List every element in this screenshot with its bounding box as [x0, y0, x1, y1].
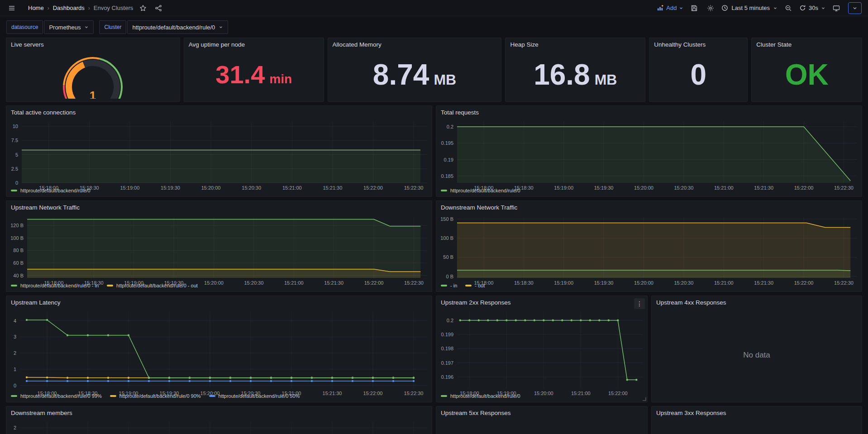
panel-title[interactable]: Allocated Memory [328, 38, 501, 50]
chevron-down-icon [679, 6, 683, 10]
legend-item[interactable]: httproute/default/backend/rule/0 [11, 188, 91, 193]
svg-text:100 B: 100 B [440, 235, 453, 241]
chart-canvas-upstream-latency[interactable]: 15:18:0015:18:3015:19:0015:19:3015:20:00… [6, 308, 432, 393]
save-dashboard-icon[interactable] [689, 3, 700, 14]
clock-icon [721, 5, 728, 11]
collapse-navbar-chevron[interactable] [848, 2, 862, 14]
zoom-out-time-icon[interactable] [783, 3, 794, 14]
cluster-select[interactable]: httproute/default/backend/rule/0 [127, 20, 228, 34]
gauge-value: 1 [90, 89, 96, 99]
chart-legend: - in- out [436, 282, 862, 291]
svg-text:2: 2 [14, 350, 16, 356]
svg-text:0.2: 0.2 [447, 318, 453, 323]
chevron-down-icon [852, 5, 858, 11]
allocated-memory-value: 8.74 [373, 60, 429, 89]
svg-text:0.199: 0.199 [441, 332, 453, 337]
share-icon[interactable] [153, 3, 164, 14]
refresh-interval-label: 30s [809, 5, 818, 11]
panel-title[interactable]: Upstream 2xx Responses [436, 296, 647, 308]
panel-avg-uptime: Avg uptime per node 31.4 min [184, 38, 324, 102]
chevron-down-icon [773, 6, 777, 10]
add-panel-button[interactable]: Add [657, 5, 683, 11]
panel-title[interactable]: Live servers [6, 38, 180, 50]
cluster-state-value: OK [785, 60, 829, 89]
chart-legend: httproute/default/backend/rule/0 - inhtt… [6, 282, 432, 291]
heap-size-value: 16.8 [534, 60, 590, 89]
cluster-value: httproute/default/backend/rule/0 [132, 24, 215, 31]
panel-title[interactable]: Upstream Network Traffic [6, 201, 432, 213]
svg-text:5: 5 [15, 152, 18, 157]
panel-menu-kebab-icon[interactable]: ⋮ [634, 298, 645, 309]
panel-title[interactable]: Upstream 3xx Responses [652, 406, 862, 419]
svg-text:0.197: 0.197 [441, 360, 453, 366]
legend-item[interactable]: httproute/default/backend/rule/0 99% [11, 393, 102, 399]
panel-upstream-4xx-responses: Upstream 4xx Responses No data [651, 296, 862, 402]
chart-canvas-upstream-traffic[interactable]: 15:18:0015:18:3015:19:0015:19:3015:20:00… [6, 213, 432, 282]
legend-item[interactable]: httproute/default/backend/rule/0 - in [11, 283, 99, 288]
svg-text:0.195: 0.195 [441, 140, 453, 146]
chart-canvas-upstream-2xx[interactable]: 15:18:0015:19:0015:20:0015:21:0015:22:00… [436, 308, 647, 393]
panel-total-active-connections: Total active connections 15:18:0015:18:3… [6, 105, 432, 197]
svg-text:0.185: 0.185 [441, 173, 453, 179]
svg-text:0: 0 [14, 383, 16, 388]
time-range-picker[interactable]: Last 5 minutes [721, 5, 777, 11]
kiosk-monitor-icon[interactable] [831, 3, 842, 14]
panel-title[interactable]: Downstream Network Traffic [436, 201, 862, 213]
panel-upstream-5xx-responses: Upstream 5xx Responses [436, 406, 648, 434]
svg-text:80 B: 80 B [13, 248, 24, 253]
bar-chart-add-icon [657, 5, 664, 11]
legend-item[interactable]: - in [441, 283, 457, 288]
svg-text:10: 10 [13, 124, 18, 129]
panel-downstream-members: Downstream members 15:18:0015:18:3015:19… [6, 406, 432, 434]
chart-canvas-upstream-5xx[interactable] [436, 419, 647, 434]
stat-value: 8.74 MB [373, 60, 456, 89]
chart-legend: httproute/default/backend/rule/0 [436, 187, 862, 196]
panel-title[interactable]: Upstream Latency [6, 296, 432, 308]
datasource-select[interactable]: Prometheus [44, 20, 94, 34]
panel-title[interactable]: Heap Size [506, 38, 645, 50]
hamburger-menu-icon[interactable] [6, 3, 17, 14]
dashboard-grid: Live servers 1 Avg uptime per node [6, 38, 862, 434]
chart-canvas-upstream-3xx[interactable] [652, 419, 862, 434]
legend-item[interactable]: httproute/default/backend/rule/0 - out [107, 283, 198, 288]
panel-title[interactable]: Cluster State [752, 38, 862, 50]
breadcrumb-home[interactable]: Home [28, 5, 44, 11]
panel-title[interactable]: Total requests [436, 106, 862, 118]
unhealthy-clusters-value: 0 [690, 60, 706, 89]
favorite-star-icon[interactable] [138, 3, 148, 14]
legend-item[interactable]: httproute/default/backend/rule/0 [441, 393, 520, 399]
panel-allocated-memory: Allocated Memory 8.74 MB [328, 38, 502, 102]
panel-unhealthy-clusters: Unhealthy Clusters 0 [649, 38, 748, 102]
refresh-controls[interactable]: 30s [799, 5, 825, 11]
legend-item[interactable]: - out [465, 283, 485, 288]
breadcrumb-dashboards[interactable]: Dashboards [53, 5, 85, 11]
allocated-memory-unit: MB [434, 72, 456, 87]
stat-value: 31.4 min [215, 62, 292, 87]
legend-item[interactable]: httproute/default/backend/rule/0 [441, 188, 520, 193]
chart-canvas-downstream-traffic[interactable]: 15:18:0015:18:3015:19:0015:19:3015:20:00… [436, 213, 862, 282]
chart-canvas-total-active-connections[interactable]: 15:18:0015:18:3015:19:0015:19:3015:20:00… [6, 118, 432, 187]
panel-cluster-state: Cluster State OK [751, 38, 862, 102]
uptime-value: 31.4 [215, 62, 265, 87]
panel-title[interactable]: Unhealthy Clusters [649, 38, 747, 50]
breadcrumb-separator: › [88, 5, 90, 11]
legend-item[interactable]: httproute/default/backend/rule/0 90% [110, 393, 201, 399]
add-label: Add [666, 5, 677, 11]
heap-size-unit: MB [595, 72, 617, 87]
dashboard-settings-gear-icon[interactable] [705, 3, 716, 14]
stat-value: 16.8 MB [534, 60, 617, 89]
gauge-container: 1 [6, 50, 180, 101]
panel-title[interactable]: Downstream members [6, 406, 432, 419]
legend-item[interactable]: httproute/default/backend/rule/0 50% [209, 393, 300, 399]
panel-title[interactable]: Upstream 5xx Responses [436, 406, 647, 419]
panel-title[interactable]: Avg uptime per node [184, 38, 324, 50]
panel-title[interactable]: Upstream 4xx Responses [652, 296, 862, 308]
svg-text:0.19: 0.19 [444, 157, 453, 162]
chart-canvas-downstream-members[interactable]: 15:18:0015:18:3015:19:0015:19:3015:20:00… [6, 419, 432, 434]
chart-canvas-total-requests[interactable]: 15:18:0015:18:3015:19:0015:19:3015:20:00… [436, 118, 862, 187]
svg-text:50 B: 50 B [443, 254, 453, 260]
panel-upstream-network-traffic: Upstream Network Traffic 15:18:0015:18:3… [6, 200, 432, 292]
panel-resize-handle[interactable] [642, 397, 646, 401]
chevron-down-icon [84, 25, 89, 29]
panel-title[interactable]: Total active connections [6, 106, 432, 118]
